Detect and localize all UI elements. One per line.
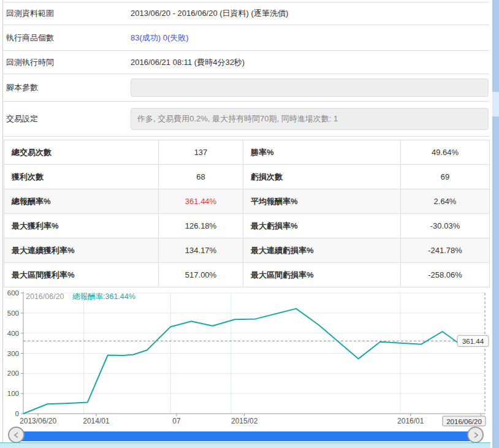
stat-value: 134.17% — [159, 238, 243, 263]
data-range-label: 回測資料範圍 — [2, 8, 131, 19]
table-row: 最大獲利率% 126.18% 最大虧損率% -30.03% — [4, 214, 490, 238]
table-row: 總報酬率% 361.44% 平均報酬率% 2.64% — [4, 189, 490, 214]
stat-label: 勝率% — [243, 140, 401, 165]
stat-label: 最大獲利率% — [4, 214, 159, 238]
stat-label: 最大虧損率% — [243, 214, 401, 238]
x-tick-label: 2015/02 — [231, 417, 258, 425]
info-row-script-params: 腳本參數 — [2, 74, 489, 102]
table-row: 最大連續獲利率% 134.17% 最大連續虧損率% -241.78% — [4, 238, 490, 263]
stat-value: -30.03% — [401, 214, 490, 238]
y-tick-label: 300 — [7, 350, 19, 357]
stat-label: 平均報酬率% — [243, 189, 401, 214]
product-count-link[interactable]: 83(成功) 0(失敗) — [131, 32, 189, 44]
chart-hover-date: 2016/06/20 — [26, 292, 64, 301]
trade-settings-label: 交易設定 — [2, 113, 131, 124]
page-vertical-scrollbar[interactable] — [492, 0, 499, 448]
stat-label: 最大連續虧損率% — [243, 238, 401, 263]
x-tick-label: 2014/01 — [83, 417, 110, 425]
chevron-left-icon — [13, 431, 20, 439]
script-params-label: 腳本參數 — [2, 82, 131, 93]
x-tick-label: 07 — [172, 417, 181, 425]
trade-settings-field[interactable]: 作多, 交易費用0.2%, 最大持有時間70期, 同時進場次數: 1 — [131, 108, 489, 130]
axis-date-tooltip-label: 2016/06/20 — [446, 418, 482, 425]
table-row: 獲利次數 68 虧損次數 69 — [4, 165, 490, 189]
equity-curve-chart[interactable]: 01002003004005006002013/06/202014/010720… — [4, 282, 489, 428]
scroll-right-button[interactable] — [467, 427, 484, 443]
y-tick-label: 500 — [7, 309, 19, 317]
exec-time-value: 2016/06/21 08:11 (費時4分32秒) — [131, 57, 245, 68]
stat-label: 最大連續獲利率% — [4, 238, 159, 263]
stat-value: 68 — [159, 165, 243, 189]
scroll-left-button[interactable] — [8, 427, 25, 443]
backtest-info-section: 回測資料範圍 2013/06/20 - 2016/06/20 (日資料) (逐筆… — [2, 2, 489, 137]
y-tick-label: 0 — [15, 410, 19, 417]
total-return-line — [23, 309, 485, 414]
stat-label: 獲利次數 — [4, 165, 159, 189]
chevron-right-icon — [472, 431, 479, 439]
next-panel-edge — [0, 442, 490, 448]
vertical-scrollbar-notch — [492, 92, 499, 116]
stat-label: 虧損次數 — [243, 165, 401, 189]
y-tick-label: 200 — [7, 370, 19, 377]
info-row-product-count: 執行商品個數 83(成功) 0(失敗) — [2, 25, 489, 51]
stat-value: 69 — [401, 165, 490, 189]
info-row-trade-settings: 交易設定 作多, 交易費用0.2%, 最大持有時間70期, 同時進場次數: 1 — [2, 102, 489, 137]
product-count-label: 執行商品個數 — [2, 32, 131, 44]
performance-summary-table: 總交易次數 137 勝率% 49.64% 獲利次數 68 虧損次數 69 總報酬… — [4, 140, 490, 287]
y-tick-label: 400 — [7, 330, 19, 337]
x-tick-label: 2016/01 — [397, 417, 424, 425]
chart-horizontal-scrollbar[interactable] — [16, 431, 477, 441]
chart-series-label: 總報酬率:361.44% — [72, 292, 135, 301]
stat-value: -241.78% — [401, 238, 490, 263]
backtest-report-page: 回測資料範圍 2013/06/20 - 2016/06/20 (日資料) (逐筆… — [0, 0, 499, 448]
x-tick-label: 2013/06/20 — [20, 417, 56, 425]
y-tick-label: 100 — [7, 390, 19, 397]
stat-value: 2.64% — [401, 189, 490, 214]
data-range-value: 2013/06/20 - 2016/06/20 (日資料) (逐筆洗價) — [131, 8, 288, 19]
y-tick-label: 600 — [7, 289, 19, 297]
info-row-data-range: 回測資料範圍 2013/06/20 - 2016/06/20 (日資料) (逐筆… — [2, 2, 489, 25]
stat-value: 137 — [159, 140, 243, 165]
stat-value: 49.64% — [401, 140, 490, 165]
exec-time-label: 回測執行時間 — [2, 57, 131, 68]
end-value-label: 361.44 — [462, 338, 484, 345]
table-row: 總交易次數 137 勝率% 49.64% — [4, 140, 490, 165]
stat-label: 總交易次數 — [4, 140, 159, 165]
stat-label: 總報酬率% — [4, 189, 159, 214]
stat-value-total-return: 361.44% — [159, 189, 243, 214]
stat-value: 126.18% — [159, 214, 243, 238]
info-row-exec-time: 回測執行時間 2016/06/21 08:11 (費時4分32秒) — [2, 51, 489, 74]
script-params-field[interactable] — [131, 78, 489, 97]
